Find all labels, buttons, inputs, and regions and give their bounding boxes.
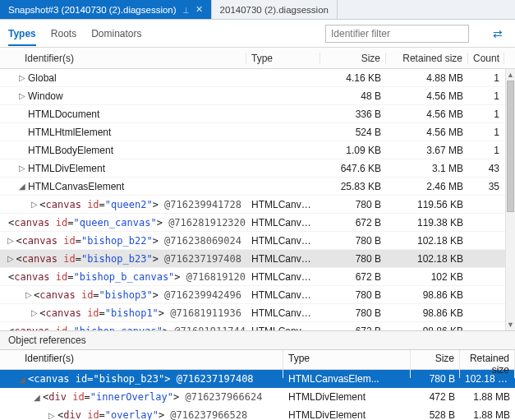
cell-retained: 3.1 MB xyxy=(386,163,468,174)
identifier-label: HTMLDocument xyxy=(28,108,99,120)
cell-size: 472 B xyxy=(411,391,460,403)
cell-size: 647.6 KB xyxy=(320,163,386,174)
tab-label: Snapshot#3 (20140730 (2).diagsession) xyxy=(8,5,177,15)
refs-row[interactable]: ▷<div id="overlay"> @716237966528HTMLDiv… xyxy=(0,406,515,420)
cell-type: HTMLCanvasEl... xyxy=(246,289,320,301)
cell-type: HTMLCanvasEl... xyxy=(246,235,320,247)
vertical-scrollbar[interactable]: ▲ ▼ xyxy=(505,69,515,330)
identifier-label: <canvas id="queen_canvas"> @716281912320 xyxy=(8,217,246,228)
cell-retained: 4.88 MB xyxy=(386,72,468,84)
table-row[interactable]: ▷Window48 B4.56 MB1 xyxy=(0,87,515,105)
table-row[interactable]: ▷<canvas id="bishop_b23"> @716237197408H… xyxy=(0,250,515,268)
cell-count: 1 xyxy=(468,108,504,120)
identifier-label: <canvas id="queen2"> @716239941728 xyxy=(39,199,241,210)
tab-dominators[interactable]: Dominators xyxy=(91,28,141,39)
tab-diagsession[interactable]: 20140730 (2).diagsession xyxy=(212,0,338,19)
expander-icon[interactable]: ▷ xyxy=(48,411,56,420)
cell-type: HTMLCanvasEl... xyxy=(246,271,320,283)
refs-grid-header: Identifier(s) Type Size Retained size xyxy=(0,350,515,370)
cell-size: 528 B xyxy=(411,409,460,420)
cell-size: 1.09 KB xyxy=(320,145,386,156)
cell-size: 780 B xyxy=(320,199,386,210)
cell-type: HTMLCanvasElem... xyxy=(283,373,411,385)
cell-type: HTMLDivElement xyxy=(283,391,411,403)
tab-roots[interactable]: Roots xyxy=(51,28,76,39)
col-type[interactable]: Type xyxy=(246,53,320,64)
table-row[interactable]: ▷HTMLDivElement647.6 KB3.1 MB43 xyxy=(0,159,515,178)
refs-row[interactable]: ◢<canvas id="bishop_b23"> @716237197408H… xyxy=(0,370,515,388)
expander-icon[interactable]: ▷ xyxy=(30,308,38,317)
cell-count: 1 xyxy=(468,127,504,138)
cell-retained: 3.67 MB xyxy=(386,145,468,156)
table-row[interactable]: HTMLDocument336 B4.56 MB1 xyxy=(0,105,515,123)
table-row[interactable]: <canvas id="bishop_canvas"> @71681911744… xyxy=(0,322,515,330)
cell-type: HTMLCanvasEl... xyxy=(246,325,320,331)
tab-types[interactable]: Types xyxy=(8,28,36,46)
cell-type: HTMLCanvasEl... xyxy=(246,199,320,210)
cell-size: 780 B xyxy=(320,235,386,247)
close-icon[interactable]: ✕ xyxy=(195,4,203,15)
types-grid-header: Identifier(s) Type Size Retained size Co… xyxy=(0,48,515,69)
cell-retained: 2.46 MB xyxy=(386,181,468,192)
table-row[interactable]: ▷<canvas id="queen2"> @716239941728HTMLC… xyxy=(0,196,515,214)
tab-snapshot3[interactable]: Snapshot#3 (20140730 (2).diagsession) ⟂ … xyxy=(0,0,212,19)
cell-type: HTMLCanvasEl... xyxy=(246,217,320,228)
identifier-label: Window xyxy=(28,90,63,102)
cell-retained: 102 KB xyxy=(386,271,468,283)
col-size[interactable]: Size xyxy=(320,53,386,64)
expander-icon[interactable]: ▷ xyxy=(18,91,26,100)
col-identifiers[interactable]: Identifier(s) xyxy=(0,53,246,64)
table-row[interactable]: HTMLHtmlElement524 B4.56 MB1 xyxy=(0,123,515,141)
identifier-label: <canvas id="bishop_b23"> @716237197408 xyxy=(16,253,241,265)
expander-icon[interactable]: ◢ xyxy=(33,393,41,402)
cell-type: HTMLDivElement xyxy=(283,409,411,420)
cell-type: HTMLCanvasEl... xyxy=(246,253,320,265)
scroll-down-icon[interactable]: ▼ xyxy=(506,319,515,330)
cell-count: 1 xyxy=(468,90,504,102)
table-row[interactable]: <canvas id="bishop_b_canvas"> @716819120… xyxy=(0,268,515,286)
cell-retained: 119.56 KB xyxy=(386,199,468,210)
table-row[interactable]: <canvas id="queen_canvas"> @716281912320… xyxy=(0,214,515,232)
table-row[interactable]: ▷<canvas id="bishop3"> @716239942496HTML… xyxy=(0,286,515,304)
cell-retained: 102.18 KB xyxy=(386,235,468,247)
cell-retained: 1.88 MB xyxy=(460,391,515,403)
table-row[interactable]: HTMLBodyElement1.09 KB3.67 MB1 xyxy=(0,141,515,159)
expander-icon[interactable]: ◢ xyxy=(18,375,26,384)
expander-icon[interactable]: ▷ xyxy=(7,254,14,263)
col-retained[interactable]: Retained size xyxy=(386,53,468,64)
table-row[interactable]: ▷Global4.16 KB4.88 MB1 xyxy=(0,69,515,87)
expander-icon[interactable]: ▷ xyxy=(18,164,26,173)
cell-retained: 98.86 KB xyxy=(386,307,468,319)
cell-size: 4.16 KB xyxy=(320,72,386,84)
scroll-up-icon[interactable]: ▲ xyxy=(506,69,515,81)
settings-icon[interactable]: ⇄ xyxy=(489,25,507,43)
expander-icon[interactable]: ▷ xyxy=(25,290,32,299)
cell-retained: 98.86 KB xyxy=(386,325,468,331)
cell-type: HTMLCanvasEl... xyxy=(246,307,320,319)
document-tabs: Snapshot#3 (20140730 (2).diagsession) ⟂ … xyxy=(0,0,515,20)
cell-size: 48 B xyxy=(320,90,386,102)
cell-size: 780 B xyxy=(320,253,386,265)
table-row[interactable]: ▷<canvas id="bishop1"> @71681911936HTMLC… xyxy=(0,304,515,322)
cell-retained: 1.88 MB xyxy=(460,409,515,420)
tab-label: 20140730 (2).diagsession xyxy=(220,5,329,15)
table-row[interactable]: ◢HTMLCanvasElement25.83 KB2.46 MB35 xyxy=(0,178,515,196)
table-row[interactable]: ▷<canvas id="bishop_b22"> @716238069024H… xyxy=(0,232,515,250)
identifier-label: HTMLBodyElement xyxy=(28,145,113,156)
expander-icon[interactable]: ◢ xyxy=(18,182,26,191)
expander-icon[interactable]: ▷ xyxy=(18,73,26,82)
identifier-label: HTMLDivElement xyxy=(28,163,105,174)
identifier-label: <canvas id="bishop_b23"> @716237197408 xyxy=(28,373,254,385)
identifier-label: HTMLCanvasElement xyxy=(28,181,124,192)
col-count[interactable]: Count xyxy=(468,53,504,64)
cell-count: 43 xyxy=(468,163,504,174)
scrollbar-thumb[interactable] xyxy=(507,81,514,212)
expander-icon[interactable]: ▷ xyxy=(30,200,38,209)
cell-size: 336 B xyxy=(320,108,386,120)
expander-icon[interactable]: ▷ xyxy=(7,236,14,245)
identifier-filter-input[interactable] xyxy=(325,25,469,43)
refs-row[interactable]: ◢<div id="innerOverlay"> @716237966624HT… xyxy=(0,388,515,406)
identifier-label: HTMLHtmlElement xyxy=(28,127,111,138)
pin-icon[interactable]: ⟂ xyxy=(183,5,189,15)
cell-retained: 4.56 MB xyxy=(386,127,468,138)
